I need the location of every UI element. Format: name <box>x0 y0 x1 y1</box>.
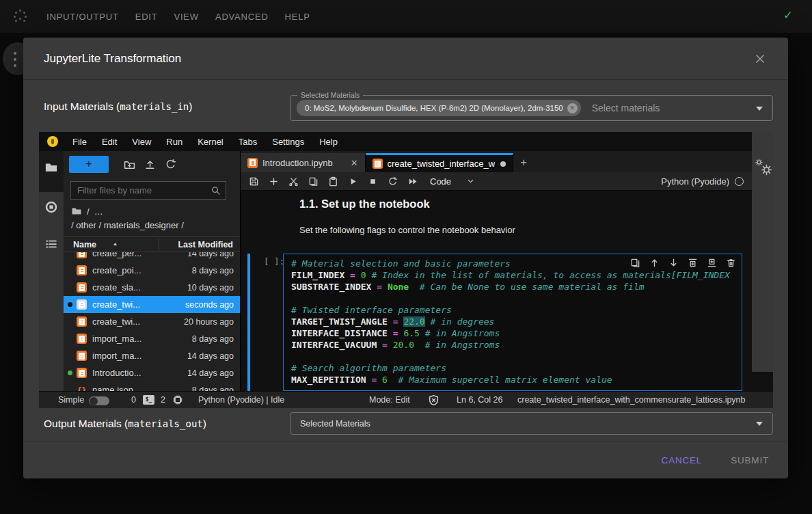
new-launcher-button[interactable]: + <box>69 156 109 173</box>
jupyter-menu-run[interactable]: Run <box>159 137 190 147</box>
breadcrumb-path[interactable]: / other / materials_designer / <box>71 220 184 230</box>
app-menu-help[interactable]: HELP <box>285 12 310 22</box>
app-menu-view[interactable]: VIEW <box>174 12 198 22</box>
file-row[interactable]: create_twi...20 hours ago <box>64 313 240 330</box>
stop-icon[interactable] <box>368 176 378 187</box>
chip-delete-icon[interactable]: ✕ <box>567 103 578 113</box>
file-browser-icon[interactable] <box>44 161 58 174</box>
tab-close-icon[interactable]: ✕ <box>351 158 358 168</box>
file-row[interactable]: create_per...14 days ago <box>64 252 240 262</box>
kernel-indicator[interactable]: Python (Pyodide) <box>661 176 744 187</box>
jupyter-menu-kernel[interactable]: Kernel <box>190 137 231 147</box>
simple-mode-toggle[interactable] <box>89 396 109 405</box>
cut-icon[interactable] <box>288 176 299 187</box>
app-menu-advanced[interactable]: ADVANCED <box>215 12 269 22</box>
table-of-contents-icon[interactable] <box>44 237 58 251</box>
refresh-icon[interactable] <box>165 159 176 170</box>
jupyterlite-transformation-dialog: JupyterLite Transformation Input Materia… <box>23 38 788 478</box>
jupyter-menu-settings[interactable]: Settings <box>265 137 312 147</box>
app-menu-input-output[interactable]: INPUT/OUTPUT <box>46 12 119 22</box>
file-modified: 8 days ago <box>192 385 234 392</box>
file-row[interactable]: {}name.json8 days ago <box>64 381 240 391</box>
tab-introduction-ipynb[interactable]: Introduction.ipynb✕ <box>241 153 366 172</box>
jupyterlite-panel: FileEditViewRunKernelTabsSettingsHelp <box>39 132 773 408</box>
app-logo-icon[interactable] <box>14 10 27 23</box>
terminals-count[interactable]: 0 <box>131 395 136 405</box>
kernel-chip-icon[interactable] <box>172 394 183 405</box>
file-row[interactable]: import_ma...8 days ago <box>64 330 240 347</box>
file-modified: 10 days ago <box>187 283 234 293</box>
move-up-icon[interactable] <box>649 258 660 268</box>
filter-files-input[interactable] <box>71 185 211 195</box>
screen: INPUT/OUTPUTEDITVIEWADVANCEDHELP ✓ Jupyt… <box>0 0 812 514</box>
file-row[interactable]: create_poi...8 days ago <box>64 262 240 279</box>
jupyter-menu-file[interactable]: File <box>65 137 94 147</box>
column-last-modified[interactable]: Last Modified <box>178 240 233 249</box>
output-select-value: Selected Materials <box>300 419 370 429</box>
output-dropdown-caret-icon[interactable] <box>756 422 763 426</box>
code-line: MAX_REPETITION = 6 # Maximum supercell m… <box>291 374 742 385</box>
close-icon[interactable] <box>754 53 768 66</box>
cell-type-dropdown[interactable]: Code <box>430 176 475 187</box>
insert-above-icon[interactable] <box>688 258 698 268</box>
input-materials-select[interactable]: Selected Materials 0: MoS2, Molybdenum D… <box>290 95 773 121</box>
cursor-position[interactable]: Ln 6, Col 26 <box>457 395 502 405</box>
home-folder-icon[interactable] <box>71 206 82 217</box>
code-line <box>291 351 742 362</box>
cancel-button[interactable]: CANCEL <box>662 455 703 465</box>
file-list-header: Name Last Modified <box>64 236 240 252</box>
tab-label: Introduction.ipynb <box>262 158 333 168</box>
select-materials-placeholder: Select materials <box>592 103 660 113</box>
jupyter-menu-help[interactable]: Help <box>312 137 345 147</box>
paste-icon[interactable] <box>328 176 338 187</box>
running-sessions-icon[interactable] <box>44 200 58 214</box>
file-row[interactable]: import_ma...14 days ago <box>64 347 240 364</box>
move-down-icon[interactable] <box>668 258 679 268</box>
submit-button[interactable]: SUBMIT <box>731 455 769 465</box>
duplicate-icon[interactable] <box>630 258 640 268</box>
run-icon[interactable] <box>348 176 358 187</box>
copy-icon[interactable] <box>308 176 319 187</box>
save-icon[interactable] <box>249 176 259 187</box>
restart-icon[interactable] <box>388 176 398 187</box>
code-cell-editor[interactable]: # Material selection and basic parameter… <box>283 254 742 391</box>
jupyter-menu-view[interactable]: View <box>124 137 159 147</box>
jupyter-menu-edit[interactable]: Edit <box>94 137 124 147</box>
column-name[interactable]: Name <box>73 240 119 249</box>
top-app-bar: INPUT/OUTPUTEDITVIEWADVANCEDHELP ✓ <box>0 0 812 33</box>
terminal-icon[interactable]: $_ <box>143 395 154 405</box>
material-chip[interactable]: 0: MoS2, Molybdenum Disulfide, HEX (P-6m… <box>297 100 581 116</box>
insert-below-icon[interactable] <box>707 258 717 268</box>
file-row[interactable]: create_sla...10 days ago <box>64 279 240 296</box>
mode-indicator[interactable]: Mode: Edit <box>369 395 410 405</box>
kernels-count[interactable]: 2 <box>161 395 165 405</box>
file-row[interactable]: Introductio...14 days ago <box>64 364 240 381</box>
dialog-title: JupyterLite Transformation <box>44 52 181 66</box>
dialog-footer: CANCEL SUBMIT <box>23 441 788 478</box>
output-materials-select[interactable]: Selected Materials <box>290 412 773 435</box>
file-row[interactable]: create_twi...seconds ago <box>64 296 240 313</box>
kernel-state-text[interactable]: Python (Pyodide) | Idle <box>198 395 284 405</box>
new-folder-icon[interactable] <box>124 159 135 170</box>
app-menu-edit[interactable]: EDIT <box>135 12 158 22</box>
tab-create-twisted-interface-w[interactable]: create_twisted_interface_w <box>366 153 514 172</box>
file-name: create_sla... <box>92 282 141 293</box>
breadcrumb-ellipsis[interactable]: … <box>94 206 103 217</box>
new-tab-button[interactable]: + <box>513 153 534 172</box>
settings-gear-icon[interactable] <box>753 158 781 182</box>
jupyter-menu-tabs[interactable]: Tabs <box>231 137 265 147</box>
run-all-icon[interactable] <box>407 176 418 187</box>
jupyter-menubar: FileEditViewRunKernelTabsSettingsHelp <box>39 132 752 151</box>
input-materials-label: Input Materials (materials_in) <box>44 100 192 113</box>
trust-shield-icon[interactable] <box>428 394 439 406</box>
file-modified: 8 days ago <box>192 266 234 275</box>
add-icon[interactable] <box>269 176 279 187</box>
unsaved-dot-icon[interactable] <box>500 161 506 167</box>
upload-icon[interactable] <box>144 159 156 170</box>
jupyter-status-bar: Simple 0 $_ 2 Python (Pyodide) | Idle Mo… <box>39 391 773 408</box>
delete-icon[interactable] <box>726 258 736 268</box>
cell-collapser[interactable] <box>247 254 250 391</box>
breadcrumb-root[interactable]: / … <box>71 206 103 217</box>
notebook-tab-icon <box>373 159 383 169</box>
dropdown-caret-icon[interactable] <box>756 107 763 111</box>
